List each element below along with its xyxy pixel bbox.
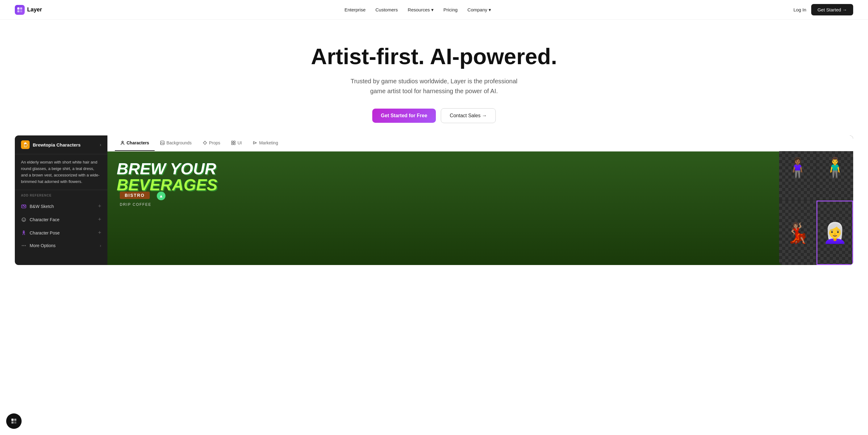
svg-point-12 bbox=[122, 141, 123, 143]
svg-rect-16 bbox=[234, 141, 235, 142]
more-options-label: More Options bbox=[30, 243, 56, 248]
tab-props[interactable]: Props bbox=[197, 135, 226, 151]
character-1-icon: 🧍🏾‍♀️ bbox=[785, 158, 810, 178]
svg-rect-18 bbox=[234, 143, 235, 145]
svg-point-9 bbox=[22, 245, 23, 246]
sidebar-item-bw-sketch[interactable]: B&W Sketch + bbox=[15, 200, 107, 213]
game-coffee-label: DRIP COFFEE bbox=[120, 202, 151, 207]
logo-icon bbox=[15, 5, 25, 15]
get-started-free-button[interactable]: Get Started for Free bbox=[372, 109, 436, 123]
character-3-icon: 💃🏽 bbox=[785, 223, 810, 243]
demo-area: 🍺 Brewtopia Characters › An elderly woma… bbox=[15, 135, 853, 265]
add-reference-label: ADD REFERENCE bbox=[15, 190, 107, 200]
add-bw-sketch-icon[interactable]: + bbox=[98, 203, 101, 209]
svg-point-11 bbox=[25, 245, 26, 246]
hero-cta-group: Get Started for Free Contact Sales → bbox=[15, 108, 853, 123]
game-title: BREW YOURBEVERAGES bbox=[117, 161, 218, 193]
sidebar-item-more-options[interactable]: More Options › bbox=[15, 239, 107, 252]
main-content: Characters Backgrounds Props bbox=[107, 135, 853, 265]
svg-point-10 bbox=[24, 245, 24, 246]
add-character-pose-icon[interactable]: + bbox=[98, 230, 101, 236]
svg-rect-15 bbox=[231, 141, 233, 142]
svg-rect-17 bbox=[231, 143, 233, 145]
character-4-icon: 👩‍🦳 bbox=[823, 223, 847, 243]
character-cell-4[interactable]: 👩‍🦳 bbox=[816, 201, 853, 265]
game-location-badge: BISTRO bbox=[120, 192, 150, 199]
character-2-icon: 🧍‍♂️ bbox=[823, 158, 847, 178]
svg-rect-4 bbox=[22, 205, 26, 208]
nav-pricing[interactable]: Pricing bbox=[443, 7, 458, 12]
hero-subtitle: Trusted by game studios worldwide, Layer… bbox=[15, 76, 853, 96]
more-icon bbox=[21, 243, 27, 248]
bw-sketch-label: B&W Sketch bbox=[30, 204, 54, 209]
logo[interactable]: Layer bbox=[15, 5, 42, 15]
sidebar-panel: 🍺 Brewtopia Characters › An elderly woma… bbox=[15, 135, 107, 265]
contact-sales-button[interactable]: Contact Sales → bbox=[441, 108, 496, 123]
pose-icon bbox=[21, 230, 27, 236]
character-grid-panel: 🧍🏾‍♀️ 🧍‍♂️ 💃🏽 👩‍🦳 bbox=[779, 135, 853, 265]
svg-rect-2 bbox=[17, 10, 20, 12]
project-icon: 🍺 bbox=[21, 140, 30, 149]
sidebar-description: An elderly woman with short white hair a… bbox=[15, 154, 107, 190]
sketch-icon bbox=[21, 204, 27, 209]
nav-company[interactable]: Company ▾ bbox=[467, 7, 491, 13]
add-character-face-icon[interactable]: + bbox=[98, 216, 101, 223]
svg-rect-1 bbox=[20, 7, 22, 9]
sidebar-header: 🍺 Brewtopia Characters › bbox=[15, 135, 107, 154]
project-name: Brewtopia Characters bbox=[33, 142, 81, 147]
tab-marketing[interactable]: Marketing bbox=[247, 135, 283, 151]
tab-characters[interactable]: Characters bbox=[115, 135, 155, 151]
nav-actions: Log In Get Started → bbox=[793, 4, 853, 15]
game-area: BREW YOURBEVERAGES BISTRO ▲ DRIP COFFEE … bbox=[107, 152, 853, 265]
character-pose-label: Character Pose bbox=[30, 230, 60, 235]
sidebar-chevron-icon[interactable]: › bbox=[100, 142, 101, 147]
character-face-label: Character Face bbox=[30, 217, 59, 222]
logo-text: Layer bbox=[27, 6, 42, 13]
sidebar-item-character-face[interactable]: Character Face + bbox=[15, 213, 107, 226]
chevron-down-icon: ▾ bbox=[431, 7, 434, 13]
tab-ui[interactable]: UI bbox=[226, 135, 247, 151]
chevron-down-icon: ▾ bbox=[489, 7, 491, 13]
game-nav-arrow-icon[interactable]: ▲ bbox=[157, 192, 165, 200]
nav-customers[interactable]: Customers bbox=[375, 7, 398, 12]
nav-resources[interactable]: Resources ▾ bbox=[408, 7, 434, 13]
tabs-bar: Characters Backgrounds Props bbox=[107, 135, 853, 151]
character-cell-3[interactable]: 💃🏽 bbox=[779, 201, 816, 265]
face-icon bbox=[21, 217, 27, 223]
login-button[interactable]: Log In bbox=[793, 7, 806, 12]
svg-point-6 bbox=[23, 219, 24, 220]
get-started-nav-button[interactable]: Get Started → bbox=[811, 4, 853, 15]
more-options-chevron-icon: › bbox=[100, 243, 101, 248]
svg-rect-0 bbox=[17, 7, 20, 9]
hero-title: Artist-first. AI-powered. bbox=[15, 44, 853, 69]
nav-links: Enterprise Customers Resources ▾ Pricing… bbox=[344, 7, 491, 13]
sidebar-header-left: 🍺 Brewtopia Characters bbox=[21, 140, 81, 149]
svg-point-14 bbox=[204, 142, 206, 144]
nav-enterprise[interactable]: Enterprise bbox=[344, 7, 366, 12]
svg-point-7 bbox=[24, 219, 25, 220]
svg-rect-3 bbox=[20, 10, 22, 12]
sidebar-item-character-pose[interactable]: Character Pose + bbox=[15, 226, 107, 239]
tab-backgrounds[interactable]: Backgrounds bbox=[155, 135, 197, 151]
navigation: Layer Enterprise Customers Resources ▾ P… bbox=[0, 0, 868, 20]
hero-section: Artist-first. AI-powered. Trusted by gam… bbox=[0, 20, 868, 135]
